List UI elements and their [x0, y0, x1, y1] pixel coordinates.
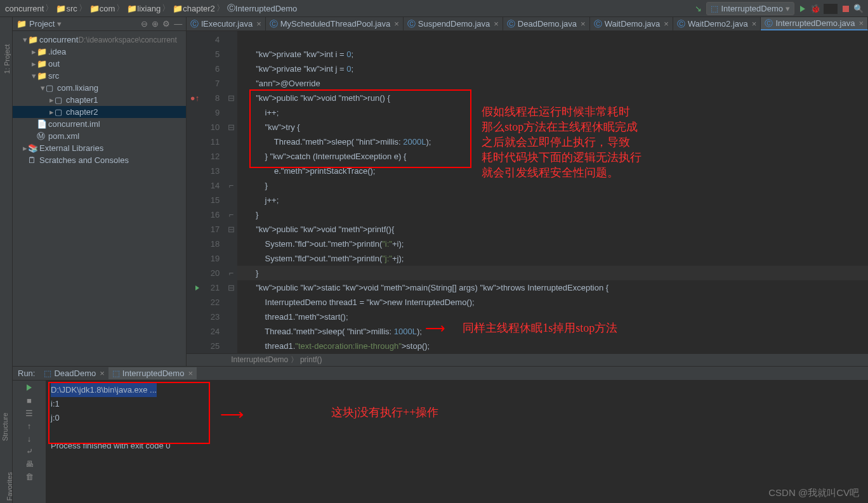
code-line[interactable]: } — [237, 178, 868, 193]
tree-node[interactable]: 🗒Scratches and Consoles — [13, 154, 186, 166]
close-icon[interactable]: × — [858, 18, 864, 28]
code-line[interactable]: thread1."text-decoration:line-through">s… — [237, 339, 868, 353]
code-line[interactable] — [237, 32, 868, 47]
code-line[interactable]: "ann">@Override — [237, 76, 868, 91]
tree-node[interactable]: 📄concurrent.iml — [13, 118, 186, 130]
tree-node[interactable]: ▾📁concurrent D:\ideaworkspace\concurrent — [13, 34, 186, 46]
editor-tab[interactable]: ⒸMyScheduledThreadPool.java× — [266, 17, 404, 30]
close-icon[interactable]: × — [752, 19, 757, 29]
left-toolbar: 1: Project Structure 2: Favorites — [0, 17, 13, 503]
close-icon[interactable]: × — [581, 19, 586, 29]
tree-node[interactable]: ▸▢chapter1 — [13, 94, 186, 106]
code-line[interactable]: } — [237, 207, 868, 222]
annotation-arrow: ⟶ — [425, 320, 445, 337]
close-icon[interactable]: × — [188, 369, 193, 378]
code-line[interactable]: j++; — [237, 193, 868, 207]
run-output[interactable]: ⟶ 这块j没有执行++操作 D:\JDK\jdk1.8\bin\java.exe… — [46, 381, 868, 503]
tree-node[interactable]: Ⓜpom.xml — [13, 130, 186, 142]
output-line: D:\JDK\jdk1.8\bin\java.exe ... — [51, 383, 863, 397]
run-tab[interactable]: ⬚DeadDemo × — [40, 367, 108, 379]
tree-node[interactable]: ▸📚External Libraries — [13, 142, 186, 154]
annotation-text3: 这块j没有执行++操作 — [331, 405, 438, 420]
tree-node[interactable]: ▾▢com.lixiang — [13, 82, 186, 94]
output-line: j:0 — [51, 411, 863, 425]
annotation-text1: 假如线程在运行时候非常耗时那么stop方法在主线程休眠完成之后就会立即停止执行，… — [482, 104, 678, 180]
output-line: Process finished with exit code 0 — [51, 439, 863, 453]
settings-icon[interactable]: ⚙ — [162, 19, 170, 29]
code-line[interactable]: "kw">private "kw">int i = 0; — [237, 47, 868, 62]
stop-icon[interactable] — [841, 4, 850, 13]
project-tree[interactable]: ▾📁concurrent D:\ideaworkspace\concurrent… — [13, 31, 186, 366]
sidebar-structure-label[interactable]: Structure — [1, 413, 9, 441]
coverage-icon[interactable] — [824, 4, 838, 14]
build-icon[interactable]: ↘ — [694, 4, 702, 13]
tree-node[interactable]: ▸📁out — [13, 58, 186, 70]
run-config-dropdown[interactable]: ⬚InterruptedDemo ▾ — [706, 2, 794, 15]
editor-breadcrumb[interactable]: InterruptedDemo 〉 printf() — [187, 353, 868, 366]
breadcrumb-item[interactable]: concurrent〉 — [5, 3, 55, 14]
tree-node[interactable]: ▸📁.idea — [13, 46, 186, 58]
editor-tab[interactable]: ⒸlExecutor.java× — [187, 17, 266, 30]
layout-icon[interactable]: ☰ — [25, 408, 34, 417]
sidebar-favorites-label[interactable]: 2: Favorites — [6, 472, 13, 503]
stop-run-icon[interactable]: ■ — [25, 396, 34, 405]
code-line[interactable]: InterruptedDemo thread1 = "kw">new Inter… — [237, 295, 868, 310]
code-line[interactable]: "kw">public "kw">void "meth">printf(){ — [237, 222, 868, 237]
code-line[interactable]: "kw">public "kw">static "kw">void "meth"… — [237, 280, 868, 295]
code-line[interactable]: "kw">public "kw">void "meth">run() { — [237, 91, 868, 105]
editor-tab[interactable]: ⒸWaitDemo2.java× — [673, 17, 761, 30]
close-icon[interactable]: × — [100, 369, 105, 378]
rerun-icon[interactable] — [25, 383, 34, 392]
sidebar-project-label[interactable]: 1: Project — [3, 44, 11, 74]
debug-icon[interactable]: 🐞 — [811, 4, 820, 13]
output-line: i:1 — [51, 397, 863, 411]
code-line[interactable]: "kw">private "kw">int j = 0; — [237, 62, 868, 76]
run-tab[interactable]: ⬚InterruptedDemo × — [109, 367, 197, 379]
select-opened-icon[interactable]: ⊕ — [152, 19, 159, 29]
collapse-icon[interactable]: ⊖ — [141, 19, 148, 29]
editor-tab[interactable]: ⒸWaitDemo.java× — [590, 17, 673, 30]
tree-node[interactable]: ▸▢chapter2 — [13, 106, 186, 118]
close-icon[interactable]: × — [256, 19, 261, 29]
hide-icon[interactable]: — — [174, 19, 182, 29]
up-icon[interactable]: ↑ — [25, 421, 34, 430]
close-icon[interactable]: × — [494, 19, 499, 29]
wrap-icon[interactable]: ⤶ — [25, 447, 34, 455]
close-icon[interactable]: × — [664, 19, 669, 29]
editor-tab[interactable]: ⒸSuspendDemo.java× — [404, 17, 503, 30]
editor-tabs: ⒸlExecutor.java×ⒸMyScheduledThreadPool.j… — [187, 17, 868, 31]
code-line[interactable]: System."fld">out."meth">println("i:"+i); — [237, 237, 868, 251]
output-line — [51, 425, 863, 439]
breadcrumb-item[interactable]: 📁 src〉 — [56, 3, 88, 14]
search-icon[interactable]: 🔍 — [854, 4, 863, 13]
print-icon[interactable]: 🖶 — [25, 459, 34, 468]
run-toolbar: ■ ☰ ↑ ↓ ⤶ 🖶 🗑 — [13, 381, 46, 503]
project-title[interactable]: 📁 Project ▾ — [16, 19, 141, 29]
code-editor[interactable]: 4567●↑8910111213141516171819202122232425… — [187, 31, 868, 353]
breadcrumb-item[interactable]: 📁 com〉 — [89, 3, 126, 14]
run-icon[interactable] — [798, 4, 807, 13]
run-panel-title: Run: — [18, 369, 35, 378]
trash-icon[interactable]: 🗑 — [25, 472, 34, 481]
project-panel: 📁 Project ▾ ⊖ ⊕ ⚙ — ▾📁concurrent D:\idea… — [13, 17, 187, 366]
annotation-arrow2: ⟶ — [220, 405, 244, 424]
watermark: CSDN @我就叫CV吧 — [768, 487, 859, 499]
editor-tab[interactable]: ⒸInterruptedDemo.java× — [761, 17, 868, 30]
code-line[interactable]: System."fld">out."meth">println("j:"+j); — [237, 251, 868, 266]
close-icon[interactable]: × — [394, 19, 399, 29]
breadcrumb-item[interactable]: Ⓒ InterruptedDemo — [227, 3, 298, 14]
breadcrumb-item[interactable]: 📁 lixiang〉 — [127, 3, 171, 14]
down-icon[interactable]: ↓ — [25, 434, 34, 443]
annotation-text2: 同样主线程休眠1s掉用stop方法 — [463, 320, 617, 336]
tree-node[interactable]: ▾📁src — [13, 70, 186, 82]
code-line[interactable]: } — [237, 266, 868, 280]
editor-tab[interactable]: ⒸDeadDemo.java× — [503, 17, 590, 30]
breadcrumb-item[interactable]: 📁 chapter2〉 — [173, 3, 226, 14]
breadcrumb-bar: concurrent〉 📁 src〉 📁 com〉 📁 lixiang〉 📁 c… — [0, 0, 868, 17]
